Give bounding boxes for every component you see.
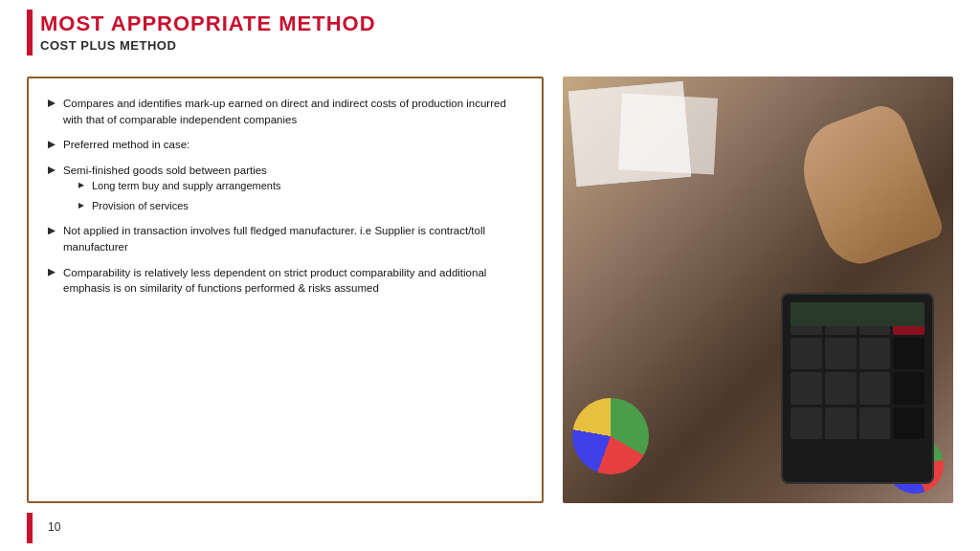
calc-key-8 (893, 338, 924, 370)
bullet-2: Preferred method in case: (48, 137, 523, 153)
content-area: Compares and identifies mark-up earned o… (27, 77, 953, 503)
image-box (563, 77, 953, 503)
sub-bullet-3-2-text: Provision of services (92, 199, 189, 213)
sub-bullets-3: Long term buy and supply arrangements Pr… (78, 179, 523, 214)
bullet-1: Compares and identifies mark-up earned o… (48, 96, 523, 127)
top-accent-bar (27, 10, 33, 55)
calc-key-6 (825, 338, 857, 370)
pie-chart-1 (572, 398, 649, 474)
calc-key-16 (893, 408, 924, 440)
bullet-marker-4 (48, 227, 56, 234)
bullet-marker-5 (48, 269, 56, 276)
calc-key-9 (791, 372, 822, 405)
calc-key-7 (859, 338, 891, 370)
calc-key-5 (791, 338, 822, 370)
calc-key-13 (791, 408, 822, 440)
bullet-4-text: Not applied in transaction involves full… (63, 223, 523, 254)
bottom-bar: 10 (0, 505, 980, 551)
calculator-visual (781, 293, 934, 484)
bullet-marker-2 (48, 141, 56, 148)
bullet-5-text: Comparability is relatively less depende… (63, 265, 523, 297)
page-number: 10 (48, 520, 60, 534)
calc-key-12 (893, 372, 924, 405)
calc-key-10 (825, 372, 857, 405)
main-title: MOST APPROPRIATE METHOD (40, 11, 376, 36)
sub-bullet-marker-3-1 (78, 183, 84, 188)
bullet-3-text: Semi-finished goods sold between parties (63, 165, 267, 176)
bullet-marker-1 (48, 99, 56, 107)
bullet-marker-3 (48, 166, 56, 174)
sub-bullet-3-2: Provision of services (78, 199, 523, 213)
calculator-image (563, 77, 953, 503)
sub-bullet-marker-3-2 (78, 203, 84, 209)
bullet-3: Semi-finished goods sold between parties… (48, 163, 523, 213)
calc-display (791, 302, 924, 326)
bullet-3-content: Semi-finished goods sold between parties… (63, 163, 523, 213)
bullet-4: Not applied in transaction involves full… (48, 223, 523, 254)
calc-key-15 (859, 408, 891, 440)
calc-key-14 (825, 408, 857, 440)
sub-bullet-3-1: Long term buy and supply arrangements (78, 179, 523, 193)
bullet-5: Comparability is relatively less depende… (48, 265, 523, 297)
header-area: MOST APPROPRIATE METHOD COST PLUS METHOD (40, 11, 376, 53)
sub-bullet-3-1-text: Long term buy and supply arrangements (92, 179, 281, 193)
bullet-2-text: Preferred method in case: (63, 137, 523, 153)
calc-key-11 (859, 372, 891, 405)
content-box: Compares and identifies mark-up earned o… (27, 77, 544, 503)
paper-2 (618, 93, 718, 174)
sub-title: COST PLUS METHOD (40, 38, 376, 53)
bottom-accent-bar (27, 513, 33, 543)
bullet-1-text: Compares and identifies mark-up earned o… (63, 96, 523, 127)
